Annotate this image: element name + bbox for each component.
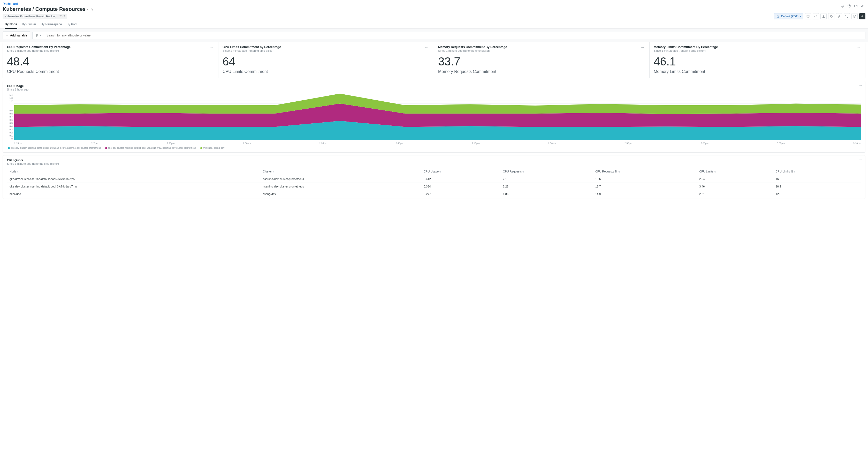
add-variable-label: Add variable — [10, 34, 27, 37]
table-header[interactable]: Cluster⇅ — [260, 168, 421, 175]
panel-title: CPU Quota — [7, 158, 861, 162]
add-variable-button[interactable]: ＋ Add variable — [3, 31, 30, 39]
mail-icon[interactable] — [853, 3, 859, 9]
svg-rect-0 — [841, 5, 844, 7]
table-header[interactable]: CPU Usage⇅ — [421, 168, 500, 175]
y-tick: 1.1 — [7, 103, 13, 106]
plus-icon: ＋ — [5, 33, 8, 37]
panel-sub: Since 1 minute ago (Ignoring time picker… — [7, 162, 861, 165]
download-icon[interactable] — [820, 13, 827, 20]
x-tick: 2:45pm — [472, 142, 479, 145]
table-cell: 10.2 — [773, 183, 861, 190]
kpi-title: Memory Requests Commitment By Percentage — [438, 45, 507, 49]
table-cell: 3.46 — [696, 183, 773, 190]
kpi-mem-requests: Memory Requests Commitment By Percentage… — [434, 42, 650, 78]
y-tick: 1.4 — [7, 94, 13, 96]
table-cell: minikube — [7, 190, 260, 198]
star-icon[interactable]: ☆ — [90, 7, 94, 12]
y-tick: 1 — [7, 106, 13, 109]
tab-by-pod[interactable]: By Pod — [66, 21, 76, 29]
more-icon[interactable]: ⋯ — [209, 45, 214, 50]
project-chip[interactable]: Kubernetes Prometheus Growth Hacking | 7 — [3, 14, 67, 19]
tabs: By Node By Cluster By Namespace By Pod — [0, 21, 868, 29]
table-header[interactable]: Node⇅ — [7, 168, 260, 175]
table-cell: gke-dev-cluster-nserrino-default-pool-3f… — [7, 175, 260, 183]
search-input[interactable] — [44, 32, 865, 39]
chevron-down-icon[interactable]: ▾ — [87, 8, 88, 10]
svg-rect-3 — [855, 5, 858, 7]
kpi-cpu-requests: CPU Requests Commitment By Percentage Si… — [3, 42, 218, 78]
add-button[interactable] — [859, 13, 865, 20]
table-cell: 12.5 — [773, 190, 861, 198]
svg-rect-6 — [807, 15, 809, 17]
time-picker[interactable]: Default (PDT) ▾ — [774, 13, 803, 20]
table-cell: 2.54 — [696, 175, 773, 183]
x-axis: 2:15pm2:20pm2:25pm2:30pm2:35pm2:40pm2:45… — [7, 141, 861, 145]
more-icon[interactable]: ⋯ — [856, 45, 861, 50]
tab-by-node[interactable]: By Node — [5, 21, 17, 29]
more-icon[interactable]: ⋯ — [859, 84, 862, 87]
legend-label: minikube, csong-dev — [203, 147, 225, 149]
page-title[interactable]: Kubernetes / Compute Resources — [3, 6, 86, 12]
legend-item[interactable]: gke-dev-cluster-nserrino-default-pool-3f… — [105, 147, 196, 149]
kpi-sub: Since 1 minute ago (Ignoring time picker… — [7, 49, 70, 52]
table-row[interactable]: gke-dev-cluster-nserrino-default-pool-3f… — [7, 183, 861, 190]
table-header[interactable]: CPU Requests %⇅ — [593, 168, 696, 175]
time-picker-label: Default (PDT) — [781, 15, 799, 18]
y-tick: 1.3 — [7, 97, 13, 99]
table-row[interactable]: gke-dev-cluster-nserrino-default-pool-3f… — [7, 175, 861, 183]
edit-icon[interactable] — [836, 13, 842, 20]
copy-icon[interactable] — [828, 13, 834, 20]
clock-icon — [776, 14, 780, 18]
table-header[interactable]: CPU Limits %⇅ — [773, 168, 861, 175]
cpu-usage-panel: ⋯ CPU Usage Since 1 hour ago 1.41.31.21.… — [3, 81, 865, 152]
gear-icon[interactable] — [851, 13, 858, 20]
tab-by-cluster[interactable]: By Cluster — [22, 21, 36, 29]
table-cell: 16.2 — [773, 175, 861, 183]
legend-item[interactable]: gke-dev-cluster-nserrino-default-pool-3f… — [8, 147, 101, 149]
table-cell: csong-dev — [260, 190, 421, 198]
y-tick: 0.7 — [7, 116, 13, 118]
x-tick: 2:40pm — [396, 142, 403, 145]
breadcrumb[interactable]: Dashboards — [3, 2, 20, 6]
table-header[interactable]: CPU Requests⇅ — [500, 168, 592, 175]
tv-icon[interactable] — [840, 3, 845, 9]
code-icon[interactable] — [813, 13, 819, 20]
y-tick: 0 — [7, 138, 13, 140]
table-cell: 2.21 — [696, 190, 773, 198]
kpi-row: CPU Requests Commitment By Percentage Si… — [3, 42, 865, 78]
svg-point-9 — [854, 16, 855, 17]
y-axis: 1.41.31.21.110.90.80.70.60.50.40.30.20.1… — [7, 94, 14, 140]
y-tick: 0.8 — [7, 113, 13, 115]
kpi-label: Memory Requests Commitment — [438, 69, 645, 74]
table-cell: 0.354 — [421, 183, 500, 190]
table-cell: 19.6 — [593, 175, 696, 183]
more-icon[interactable]: ⋯ — [640, 45, 645, 50]
table-cell: 0.277 — [421, 190, 500, 198]
filter-icon[interactable]: ▾ — [32, 32, 44, 39]
table-cell: nserrino-dev-cluster-prometheus — [260, 183, 421, 190]
table-row[interactable]: minikubecsong-dev0.2771.8614.92.2112.5 — [7, 190, 861, 198]
y-tick: 0.3 — [7, 128, 13, 131]
legend-item[interactable]: minikube, csong-dev — [200, 147, 225, 149]
more-icon[interactable]: ⋯ — [424, 45, 430, 50]
tag-count: 7 — [64, 15, 65, 18]
table-cell: 2.1 — [500, 175, 592, 183]
kpi-sub: Since 1 minute ago (Ignoring time picker… — [222, 49, 281, 52]
link-icon[interactable] — [860, 3, 865, 9]
kpi-sub: Since 1 minute ago (Ignoring time picker… — [654, 49, 718, 52]
tab-by-namespace[interactable]: By Namespace — [41, 21, 62, 29]
panel-title: CPU Usage — [7, 84, 861, 88]
chart-legend: gke-dev-cluster-nserrino-default-pool-3f… — [7, 145, 861, 149]
table-cell: 15.7 — [593, 183, 696, 190]
x-tick: 2:30pm — [243, 142, 251, 145]
chevron-down-icon: ▾ — [40, 34, 41, 37]
monitor-icon[interactable] — [805, 13, 811, 20]
expand-icon[interactable] — [844, 13, 850, 20]
more-icon[interactable]: ⋯ — [859, 158, 862, 162]
legend-label: gke-dev-cluster-nserrino-default-pool-3f… — [108, 147, 196, 149]
table-cell: nserrino-dev-cluster-prometheus — [260, 175, 421, 183]
help-icon[interactable] — [846, 3, 852, 9]
y-tick: 0.6 — [7, 119, 13, 121]
table-header[interactable]: CPU Limits⇅ — [696, 168, 773, 175]
